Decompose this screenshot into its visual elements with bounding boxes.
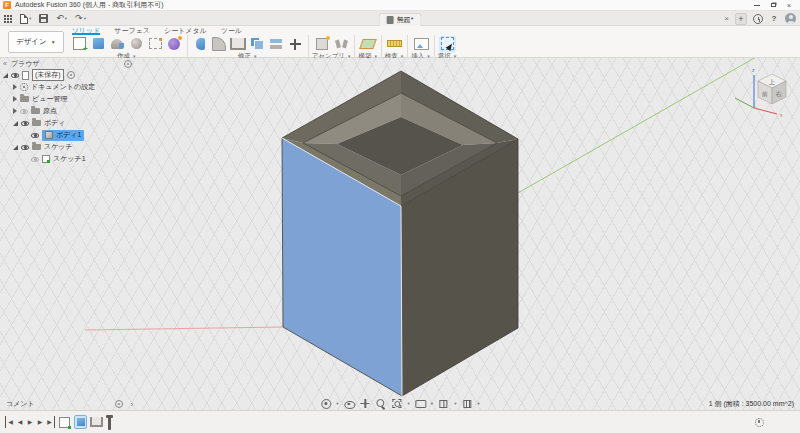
look-at-icon[interactable]	[344, 398, 355, 409]
create-sketch-icon[interactable]	[71, 36, 88, 52]
collapsed-arrow-icon[interactable]	[13, 108, 17, 114]
combine-icon[interactable]	[249, 36, 266, 52]
help-button[interactable]: ?	[769, 14, 779, 23]
grid-settings-icon[interactable]	[461, 398, 472, 409]
timeline-go-to-start-button[interactable]: ◀	[5, 416, 15, 428]
visibility-eye-icon[interactable]	[31, 133, 39, 138]
grid-caret[interactable]: ▾	[477, 401, 479, 406]
tree-row-view-management[interactable]: ビュー管理	[0, 93, 136, 105]
close-tab-button[interactable]: ×	[724, 14, 729, 23]
restore-icon	[771, 3, 776, 7]
shell-icon[interactable]	[230, 36, 247, 52]
quick-access-toolbar: ▾ ↶▾ ↷▾	[4, 12, 86, 25]
tree-row-document-settings[interactable]: ドキュメントの設定	[0, 81, 136, 93]
expand-arrow-icon[interactable]	[13, 145, 18, 150]
fillet-icon[interactable]	[211, 36, 228, 52]
sketch-node-icon	[42, 155, 50, 163]
undo-button[interactable]: ↶▾	[56, 14, 67, 23]
restore-button[interactable]	[765, 1, 781, 10]
visibility-eye-icon[interactable]	[11, 73, 19, 78]
insert-image-icon[interactable]	[413, 36, 430, 52]
viewports-icon[interactable]	[438, 398, 449, 409]
view-cube[interactable]: z x 上 前 右	[720, 62, 800, 118]
document-menu-icon[interactable]	[67, 71, 75, 79]
browser-header: « ブラウザ	[0, 58, 136, 69]
display-settings-icon[interactable]	[415, 398, 426, 409]
timeline-step-forward-button[interactable]: ▶	[35, 416, 45, 428]
tree-row-sketches[interactable]: スケッチ	[0, 141, 136, 153]
tree-row-document[interactable]: (未保存)	[0, 69, 136, 81]
select-tool-icon[interactable]	[439, 36, 456, 52]
new-component-icon[interactable]	[314, 36, 331, 52]
construction-plane-icon[interactable]	[360, 36, 377, 52]
timeline-step-back-button[interactable]: ◀	[15, 416, 25, 428]
sweep-icon[interactable]	[128, 36, 145, 52]
visibility-eye-icon[interactable]	[21, 145, 29, 150]
orbit-caret[interactable]: ▾	[336, 401, 338, 406]
tree-row-sketch1[interactable]: スケッチ1	[0, 153, 136, 165]
tab-solid[interactable]: ソリッド	[72, 26, 101, 35]
timeline-position-marker[interactable]	[108, 415, 111, 430]
new-tab-button[interactable]: +	[735, 13, 747, 25]
visibility-eye-icon[interactable]	[31, 157, 39, 162]
comments-panel[interactable]: コメント ›	[0, 398, 136, 410]
loft-icon[interactable]	[147, 36, 164, 52]
measure-icon[interactable]	[386, 36, 403, 52]
fit-view-icon[interactable]	[392, 398, 403, 409]
visibility-eye-icon[interactable]	[20, 109, 28, 114]
zoom-icon[interactable]	[376, 398, 387, 409]
body-node-icon	[45, 131, 53, 139]
file-menu-button[interactable]: ▾	[20, 14, 31, 24]
viewports-caret[interactable]: ▾	[454, 401, 456, 406]
revolve-icon[interactable]	[109, 36, 126, 52]
minimize-button[interactable]	[749, 1, 765, 10]
folder-icon	[32, 120, 41, 126]
selected-tree-item[interactable]: ボディ1	[42, 130, 84, 141]
browser-options-icon[interactable]	[124, 60, 132, 68]
viewport-canvas[interactable]: « ブラウザ (未保存) ドキュメントの設定 ビュー管理	[0, 58, 800, 410]
redo-button[interactable]: ↷▾	[75, 14, 86, 23]
timeline-shell-feature[interactable]	[90, 415, 103, 429]
tree-row-origin[interactable]: 原点	[0, 105, 136, 117]
timeline-go-to-end-button[interactable]: ▶	[45, 416, 55, 428]
ribbon-toolbar: デザイン ▼ ソリッド サーフェス シートメタル ツール	[0, 26, 800, 58]
joint-icon[interactable]	[333, 36, 350, 52]
tab-surface[interactable]: サーフェス	[114, 26, 150, 35]
collapsed-arrow-icon[interactable]	[13, 96, 17, 102]
timeline-sketch-feature[interactable]	[58, 415, 71, 429]
job-status-icon[interactable]	[753, 14, 763, 24]
display-caret[interactable]: ▾	[431, 401, 433, 406]
close-button[interactable]: ×	[781, 1, 797, 10]
orbit-icon[interactable]	[320, 398, 331, 409]
expand-arrow-icon[interactable]	[13, 121, 18, 126]
timeline-extrude-feature-selected[interactable]	[74, 415, 87, 429]
comments-expand-icon[interactable]: ›	[131, 401, 133, 408]
timeline-settings-icon[interactable]	[755, 418, 764, 427]
tab-strip-right: × + ?	[724, 12, 796, 25]
tab-tools[interactable]: ツール	[221, 26, 242, 35]
collapsed-arrow-icon[interactable]	[13, 84, 17, 90]
move-copy-icon[interactable]	[287, 36, 304, 52]
pan-icon[interactable]	[360, 398, 371, 409]
visibility-eye-icon[interactable]	[21, 121, 29, 126]
expand-arrow-icon[interactable]	[3, 73, 8, 78]
bodies-label: ボディ	[44, 118, 66, 128]
create-form-icon[interactable]	[166, 36, 183, 52]
redo-caret: ▾	[84, 16, 86, 21]
save-button[interactable]	[39, 14, 48, 23]
document-tab[interactable]: 無題*	[379, 13, 422, 26]
axis-z-label: z	[752, 67, 755, 73]
tree-row-body1[interactable]: ボディ1	[0, 129, 136, 141]
extrude-icon[interactable]	[90, 36, 107, 52]
user-avatar[interactable]	[785, 13, 796, 24]
tree-row-bodies[interactable]: ボディ	[0, 117, 136, 129]
workspace-selector[interactable]: デザイン ▼	[8, 31, 64, 53]
press-pull-icon[interactable]	[192, 36, 209, 52]
offset-face-icon[interactable]	[268, 36, 285, 52]
tab-sheetmetal[interactable]: シートメタル	[164, 26, 207, 35]
browser-collapse-button[interactable]: «	[3, 60, 7, 67]
undo-caret: ▾	[65, 16, 67, 21]
timeline-play-button[interactable]: ▶	[25, 416, 35, 428]
app-menu-button[interactable]	[4, 15, 12, 23]
fit-caret[interactable]: ▾	[408, 401, 410, 406]
